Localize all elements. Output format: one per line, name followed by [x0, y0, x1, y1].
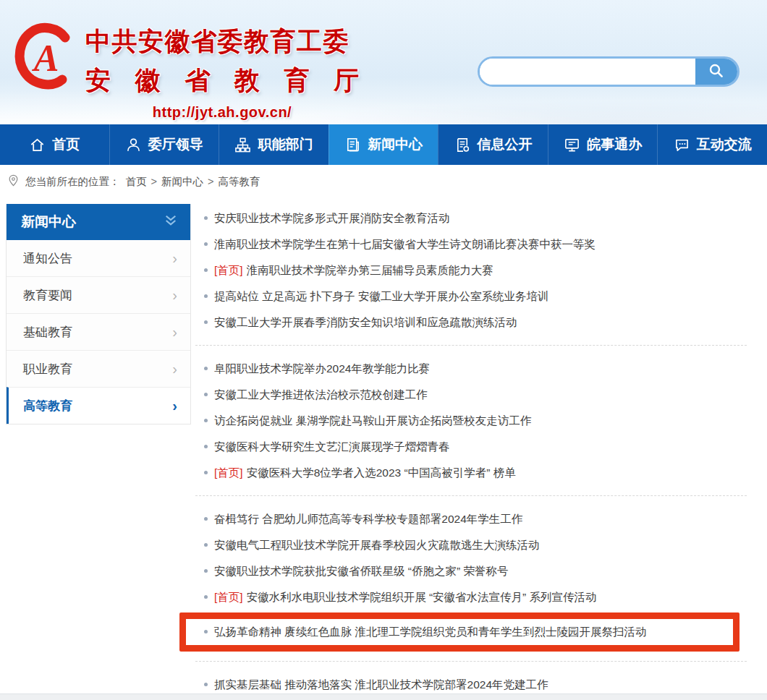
news-item[interactable]: 安徽职业技术学院获批安徽省侨联星级 “侨胞之家” 荣誉称号: [195, 558, 747, 584]
sidebar-item-label: 高等教育: [23, 398, 72, 414]
sidebar-header[interactable]: 新闻中心: [7, 204, 190, 240]
bullet-icon: [204, 216, 208, 220]
site-banner: A 中共安徽省委教育工委 安徽省教育厅 http://jyt.ah.gov.cn…: [0, 0, 767, 124]
news-item[interactable]: [首页]淮南职业技术学院举办第三届辅导员素质能力大赛: [195, 257, 747, 283]
frontpage-tag: [首页]: [214, 591, 243, 603]
news-item-title: 访企拓岗促就业 巢湖学院赴马鞍山开展访企拓岗暨校友走访工作: [214, 414, 531, 427]
breadcrumb-link[interactable]: 高等教育: [219, 176, 260, 187]
news-item[interactable]: 弘扬革命精神 赓续红色血脉 淮北理工学院组织党员和青年学生到烈士陵园开展祭扫活动: [195, 619, 733, 645]
site-title-block: 中共安徽省委教育工委 安徽省教育厅 http://jyt.ah.gov.cn/: [85, 25, 359, 121]
news-item[interactable]: 阜阳职业技术学院举办2024年教学能力比赛: [195, 356, 747, 382]
chevron-right-icon: ›: [172, 288, 177, 302]
sidebar-item-label: 教育要闻: [23, 287, 72, 304]
news-item[interactable]: 奋楫笃行 合肥幼儿师范高等专科学校专题部署2024年学生工作: [195, 506, 747, 532]
search-input[interactable]: [480, 59, 695, 85]
chevron-right-icon: ›: [172, 325, 177, 339]
news-item-title: 抓实基层基础 推动落地落实 淮北职业技术学院部署2024年党建工作: [214, 678, 548, 691]
nav-item-home[interactable]: 首页: [0, 124, 109, 165]
search-button[interactable]: [695, 59, 737, 85]
search-icon: [708, 62, 725, 82]
news-item-title: 安徽工业大学开展春季消防安全知识培训和应急疏散演练活动: [214, 316, 517, 328]
svg-text:A: A: [32, 38, 59, 79]
news-item[interactable]: 提高站位 立足高远 扑下身子 安徽工业大学开展办公室系统业务培训: [195, 283, 747, 310]
news-item[interactable]: [首页]安徽水利水电职业技术学院组织开展 “安徽省水法宣传月” 系列宣传活动: [195, 584, 747, 610]
chevron-right-icon: ›: [172, 251, 177, 265]
page: A 中共安徽省委教育工委 安徽省教育厅 http://jyt.ah.gov.cn…: [0, 0, 767, 700]
nav-item-leaders[interactable]: 委厅领导: [109, 124, 219, 165]
bullet-icon: [204, 419, 208, 422]
leader-icon: [125, 137, 142, 153]
nav-item-services[interactable]: 皖事通办: [548, 124, 658, 165]
news-item[interactable]: 访企拓岗促就业 巢湖学院赴马鞍山开展访企拓岗暨校友走访工作: [195, 408, 747, 434]
news-group-separator: [195, 661, 747, 662]
site-url: http://jyt.ah.gov.cn/: [85, 104, 359, 121]
sidebar-item-basic-edu[interactable]: 基础教育›: [7, 313, 190, 350]
news-item[interactable]: 安庆职业技术学院多形式开展消防安全教育活动: [195, 205, 747, 231]
news-item-title: 阜阳职业技术学院举办2024年教学能力比赛: [214, 362, 430, 375]
frontpage-tag: [首页]: [214, 466, 243, 479]
breadcrumb-link[interactable]: 首页: [126, 176, 147, 187]
info-icon: [454, 137, 471, 153]
double-chevron-down-icon: [163, 214, 179, 231]
bullet-icon: [204, 471, 208, 474]
nav-item-label: 互动交流: [697, 135, 752, 154]
main-nav: 首页委厅领导职能部门新闻中心信息公开皖事通办互动交流: [0, 124, 767, 165]
nav-item-interact[interactable]: 互动交流: [657, 124, 767, 165]
news-item[interactable]: 安徽工业大学推进依法治校示范校创建工作: [195, 382, 747, 408]
news-item-title: 安徽职业技术学院获批安徽省侨联星级 “侨胞之家” 荣誉称号: [214, 565, 508, 577]
bullet-icon: [204, 393, 208, 396]
bullet-icon: [204, 630, 208, 633]
sidebar-item-vocational-edu[interactable]: 职业教育›: [7, 350, 190, 387]
departments-icon: [234, 137, 251, 153]
sidebar-title: 新闻中心: [21, 213, 76, 231]
breadcrumb-separator: >: [205, 176, 217, 187]
bullet-icon: [204, 543, 208, 547]
nav-item-label: 职能部门: [258, 135, 313, 154]
sidebar-item-label: 通知公告: [23, 250, 72, 267]
sidebar-item-edu-news[interactable]: 教育要闻›: [7, 276, 190, 313]
sidebar: 新闻中心 通知公告›教育要闻›基础教育›职业教育›高等教育›: [6, 204, 191, 424]
news-group-separator: [195, 495, 747, 496]
news-item-title: 淮南职业技术学院学生在第十七届安徽省大学生诗文朗诵比赛决赛中获一等奖: [214, 238, 596, 250]
nav-item-label: 信息公开: [478, 135, 533, 154]
news-item[interactable]: [首页]安徽医科大学8位学者入选2023 “中国高被引学者” 榜单: [195, 460, 747, 486]
nav-item-news-center[interactable]: 新闻中心: [329, 124, 438, 165]
news-item[interactable]: 淮南职业技术学院学生在第十七届安徽省大学生诗文朗诵比赛决赛中获一等奖: [195, 231, 747, 257]
site-search: [478, 56, 740, 87]
nav-item-info-public[interactable]: 信息公开: [438, 124, 548, 165]
breadcrumb-path: 首页 > 新闻中心 > 高等教育: [126, 175, 260, 189]
bullet-icon: [204, 569, 208, 573]
highlight-box: 弘扬革命精神 赓续红色血脉 淮北理工学院组织党员和青年学生到烈士陵园开展祭扫活动: [179, 612, 740, 652]
sidebar-item-notices[interactable]: 通知公告›: [7, 240, 190, 276]
news-item-title: 弘扬革命精神 赓续红色血脉 淮北理工学院组织党员和青年学生到烈士陵园开展祭扫活动: [214, 626, 647, 638]
bullet-icon: [204, 268, 208, 272]
bullet-icon: [204, 445, 208, 448]
nav-item-departments[interactable]: 职能部门: [219, 124, 329, 165]
bullet-icon: [204, 320, 208, 324]
news-item[interactable]: 安徽电气工程职业技术学院开展春季校园火灾疏散逃生大演练活动: [195, 532, 747, 558]
org-title-line1: 中共安徽省委教育工委: [85, 25, 359, 59]
sidebar-item-higher-edu[interactable]: 高等教育›: [7, 387, 190, 424]
news-item[interactable]: 安徽医科大学研究生文艺汇演展现学子熠熠青春: [195, 434, 747, 460]
chat-icon: [674, 137, 690, 153]
news-item-title: 奋楫笃行 合肥幼儿师范高等专科学校专题部署2024年学生工作: [214, 513, 522, 525]
bullet-icon: [204, 595, 208, 599]
news-item-title: 安徽水利水电职业技术学院组织开展 “安徽省水法宣传月” 系列宣传活动: [247, 591, 597, 603]
breadcrumb-prefix: 您当前所在的位置：: [25, 175, 120, 189]
bullet-icon: [204, 683, 208, 686]
news-item-title: 安徽医科大学研究生文艺汇演展现学子熠熠青春: [214, 440, 450, 453]
news-item-title: 安徽工业大学推进依法治校示范校创建工作: [214, 388, 428, 401]
footer-edge: [0, 693, 767, 700]
home-icon: [29, 137, 46, 153]
news-item-title: 安庆职业技术学院多形式开展消防安全教育活动: [214, 212, 450, 224]
news-item-title: 提高站位 立足高远 扑下身子 安徽工业大学开展办公室系统业务培训: [214, 290, 548, 302]
services-icon: [564, 137, 580, 153]
sidebar-item-label: 职业教育: [23, 361, 72, 377]
anhui-education-logo[interactable]: A: [10, 19, 82, 100]
nav-item-label: 首页: [52, 135, 80, 154]
news-item[interactable]: 安徽工业大学开展春季消防安全知识培训和应急疏散演练活动: [195, 310, 747, 336]
bullet-icon: [204, 367, 208, 370]
news-icon: [344, 137, 361, 153]
news-item-title: 安徽电气工程职业技术学院开展春季校园火灾疏散逃生大演练活动: [214, 539, 540, 551]
breadcrumb-link[interactable]: 新闻中心: [161, 176, 203, 187]
